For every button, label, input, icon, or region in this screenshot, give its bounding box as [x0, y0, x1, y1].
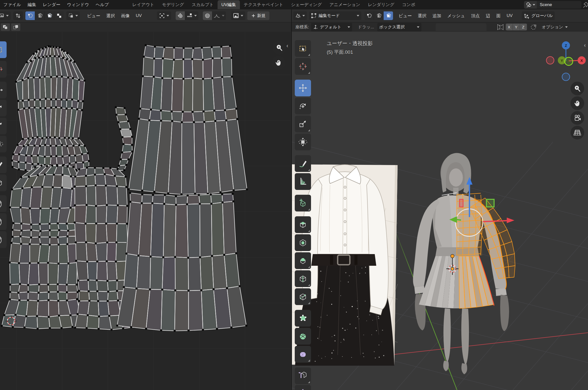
viewport-tool-shrink-fatten[interactable]	[295, 385, 311, 390]
viewport-menu-2[interactable]: 追加	[430, 13, 444, 19]
uv-menu-1[interactable]: 選択	[103, 13, 118, 19]
uv-image-browse-dropdown[interactable]	[231, 11, 245, 20]
uv-tool-move[interactable]	[0, 82, 7, 98]
uv-island-back-piece-left[interactable]	[1, 164, 86, 330]
uv-select-mode-face[interactable]	[45, 11, 54, 20]
viewport-menu-0[interactable]: ビュー	[396, 13, 415, 19]
gizmo-minus-z[interactable]	[562, 73, 570, 81]
workspace-tab-2[interactable]: スカルプト	[188, 0, 218, 9]
viewport-tool-poly-build[interactable]	[295, 310, 311, 327]
viewport-pan-hand-icon[interactable]	[570, 96, 584, 110]
viewport-menu-3[interactable]: メッシュ	[444, 13, 468, 19]
viewport-zoom-icon[interactable]	[570, 82, 584, 95]
uv-tool-pinch[interactable]	[0, 231, 7, 248]
uv-menu-3[interactable]: UV	[133, 13, 145, 18]
viewport-menu-1[interactable]: 選択	[415, 13, 430, 19]
coord-system-dropdown[interactable]: デフォルト	[311, 23, 352, 31]
uv-sync-selection-toggle[interactable]	[13, 11, 23, 20]
viewport-tool-loop-cut[interactable]	[295, 270, 311, 287]
transform-orientation-dropdown[interactable]: グローバル	[522, 11, 555, 20]
axis-toggle-y[interactable]: Y	[513, 24, 520, 30]
viewport-camera-icon[interactable]	[570, 111, 584, 125]
workspace-tab-4[interactable]: テクスチャペイント	[240, 0, 287, 9]
uv-editor-canvas[interactable]	[0, 32, 291, 390]
scene-icon[interactable]	[524, 1, 537, 9]
menu-4[interactable]: ヘルプ	[92, 2, 112, 8]
menu-0[interactable]: ファイル	[0, 2, 24, 8]
workspace-tab-1[interactable]: モデリング	[158, 0, 188, 9]
workspace-tab-5[interactable]: シェーディング	[287, 0, 325, 9]
viewport-menu-4[interactable]: 頂点	[468, 13, 483, 19]
viewport-tool-smooth[interactable]	[295, 346, 311, 363]
uv-tool-select-box[interactable]	[0, 41, 7, 58]
viewport-tool-spin[interactable]	[295, 328, 311, 345]
uv-tool-rotate[interactable]	[0, 100, 7, 116]
uv-falloff-dropdown[interactable]	[212, 13, 226, 19]
menu-3[interactable]: ウィンドウ	[64, 2, 92, 8]
uv-pan-hand-icon[interactable]	[272, 56, 285, 69]
viewport-tool-add-cube[interactable]	[295, 195, 311, 211]
viewport-region-collapse-icon[interactable]: ‹	[584, 42, 586, 49]
workspace-tab-7[interactable]: レンダリング	[364, 0, 398, 9]
menu-2[interactable]: レンダー	[40, 2, 64, 8]
viewport-tool-bevel[interactable]	[295, 252, 311, 269]
uv-sticky-select-dropdown[interactable]	[66, 11, 80, 20]
viewport-tool-measure[interactable]	[295, 173, 311, 190]
workspace-tab-6[interactable]: アニメーション	[326, 0, 364, 9]
select-set-button[interactable]	[1, 23, 10, 31]
options-dropdown[interactable]: オプション	[542, 24, 568, 30]
uv-select-mode-island[interactable]	[54, 11, 64, 20]
mode-dropdown[interactable]: 編集モード	[309, 11, 361, 20]
viewport-tool-cursor[interactable]	[295, 58, 311, 75]
workspace-tab-3[interactable]: UV編集	[218, 0, 240, 9]
viewport-select-mode-edge[interactable]	[374, 11, 384, 20]
viewport-tool-inset-faces[interactable]	[295, 234, 311, 251]
uv-menu-0[interactable]: ビュー	[84, 13, 103, 19]
uv-proportional-edit-toggle[interactable]	[203, 11, 212, 20]
viewport-tool-edge-slide[interactable]	[295, 367, 311, 384]
axis-toggle-z[interactable]: Z	[520, 24, 527, 30]
scene-name[interactable]: Scene	[537, 2, 581, 7]
uv-pivot-dropdown[interactable]	[157, 11, 171, 20]
navigation-gizmo[interactable]: Y Z X	[541, 38, 588, 89]
viewport-tool-scale[interactable]	[295, 116, 311, 132]
uv-region-collapse-icon[interactable]: ‹	[286, 43, 288, 49]
uv-tool-rip-region[interactable]	[0, 174, 7, 191]
workspace-tab-8[interactable]: コンポ	[398, 0, 419, 9]
uv-island-skirt-panel-bottom[interactable]	[116, 192, 247, 332]
uv-select-mode-vertex[interactable]	[25, 11, 35, 20]
menu-1[interactable]: 編集	[24, 2, 40, 8]
viewport-tool-transform[interactable]	[295, 134, 311, 150]
uv-tool-grab[interactable]	[0, 195, 7, 212]
viewport-tool-annotate[interactable]	[295, 155, 311, 172]
scene-selector[interactable]: Scene	[524, 1, 581, 9]
viewport-perspective-grid-icon[interactable]	[570, 126, 584, 139]
viewport-menu-5[interactable]: 辺	[483, 13, 493, 19]
gizmo-minus-y[interactable]	[565, 57, 573, 65]
gizmo-minus-x[interactable]	[546, 57, 554, 64]
select-extend-button[interactable]	[11, 23, 20, 31]
viewport-menu-7[interactable]: UV	[503, 13, 516, 18]
workspace-tab-0[interactable]: レイアウト	[128, 0, 158, 9]
uv-snap-toggle[interactable]	[176, 11, 185, 20]
viewport-editor-type-dropdown[interactable]	[293, 11, 307, 20]
uv-tool-relax[interactable]	[0, 213, 7, 230]
viewport-tool-extrude-region[interactable]	[295, 216, 311, 233]
uv-tool-scale[interactable]	[0, 118, 7, 134]
pin-icon[interactable]	[582, 1, 588, 8]
new-image-button[interactable]: 新規	[247, 11, 269, 20]
editor-divider[interactable]	[291, 9, 292, 390]
viewport-tool-select-box[interactable]	[295, 40, 311, 57]
viewport-tool-knife[interactable]	[295, 288, 311, 305]
drag-tool-dropdown[interactable]: ボックス選択	[377, 23, 421, 31]
viewport-select-mode-face[interactable]	[384, 11, 393, 20]
uv-zoom-icon[interactable]	[272, 41, 286, 55]
uv-tool-annotate[interactable]	[0, 156, 7, 173]
uv-editor-type-dropdown[interactable]	[0, 11, 11, 20]
uv-snap-with-dropdown[interactable]	[185, 13, 198, 19]
uv-tool-transform[interactable]	[0, 136, 7, 152]
viewport-select-mode-vertex[interactable]	[364, 11, 374, 20]
uv-island-skirt-panel-top[interactable]	[128, 44, 248, 196]
viewport-tool-rotate[interactable]	[295, 98, 311, 114]
snap-base-icon[interactable]	[530, 24, 537, 30]
